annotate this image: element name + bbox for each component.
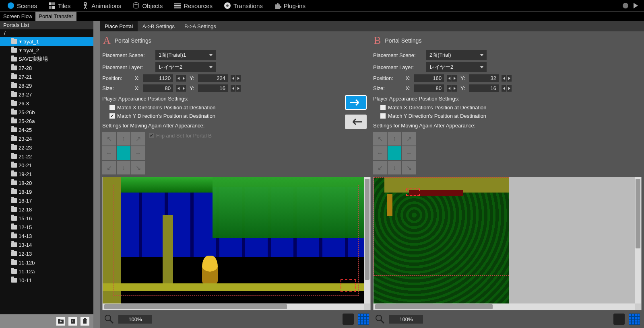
a-pos-x-spin[interactable]	[175, 75, 186, 82]
b-dir-nw[interactable]: ↖	[373, 132, 387, 146]
portal-item[interactable]: ▼tryal_1	[0, 37, 93, 46]
badge-b-to-a[interactable]	[345, 115, 367, 129]
portal-item[interactable]: 19-21	[0, 170, 93, 178]
a-dir-e[interactable]: →	[131, 146, 145, 160]
b-size-y-spin[interactable]	[501, 85, 512, 92]
a-dir-s[interactable]: ↓	[117, 161, 130, 174]
a-pos-y-spin[interactable]	[230, 75, 241, 82]
a-size-x[interactable]: 80	[143, 84, 173, 92]
delete-button[interactable]	[80, 317, 89, 326]
a-scene-dropdown[interactable]: 1面(Traial)1	[155, 50, 216, 60]
b-pos-y-spin[interactable]	[501, 75, 512, 82]
a-match-x-checkbox[interactable]	[109, 105, 115, 110]
badge-a-to-b[interactable]	[345, 95, 367, 110]
snap-icon[interactable]	[343, 314, 354, 325]
portal-item[interactable]: 10-11	[0, 276, 93, 285]
portal-item[interactable]: 11-12b	[0, 258, 93, 267]
b-h-scrollbar[interactable]	[374, 303, 635, 310]
portal-item[interactable]: 14-13	[0, 232, 93, 240]
a-dir-center[interactable]	[117, 146, 130, 160]
a-layer-dropdown[interactable]: レイヤー2	[155, 62, 216, 72]
b-dir-e[interactable]: →	[402, 146, 416, 160]
a-dir-se[interactable]: ↘	[131, 161, 145, 174]
a-size-x-spin[interactable]	[175, 85, 186, 92]
a-size-y-spin[interactable]	[230, 85, 241, 92]
portal-item[interactable]: 20-21	[0, 161, 93, 170]
add-folder-button[interactable]: +	[56, 317, 65, 326]
nav-plugins[interactable]: Plug-ins	[268, 0, 311, 11]
a-flip-checkbox[interactable]: ✔	[149, 133, 154, 138]
portal-item[interactable]: 26-3	[0, 99, 93, 108]
b-pos-x[interactable]: 160	[414, 74, 444, 82]
a-zoom-value[interactable]: 100%	[118, 315, 152, 324]
subnav-portal-transfer[interactable]: Portal Transfer	[35, 12, 76, 21]
portal-item[interactable]: 18-19	[0, 187, 93, 196]
portal-item[interactable]: 27-28	[0, 64, 93, 72]
portal-item[interactable]: SAVE実験場	[0, 55, 93, 64]
b-pos-x-spin[interactable]	[446, 75, 457, 82]
portal-item[interactable]: 21-22	[0, 152, 93, 161]
portal-item[interactable]: 27-21	[0, 72, 93, 81]
tab-ba-settings[interactable]: B->A Settings	[180, 21, 221, 31]
portal-item[interactable]: 13-14	[0, 240, 93, 249]
b-dir-sw[interactable]: ↙	[373, 161, 387, 174]
a-pos-x[interactable]: 1120	[143, 74, 173, 82]
b-dir-ne[interactable]: ↗	[402, 132, 416, 146]
a-v-scrollbar[interactable]	[364, 177, 370, 303]
tab-ab-settings[interactable]: A->B Settings	[138, 21, 180, 31]
b-dir-s[interactable]: ↓	[388, 161, 401, 174]
b-preview[interactable]	[373, 177, 642, 310]
nav-tiles[interactable]: Tiles	[43, 0, 76, 11]
nav-transitions[interactable]: Transitions	[218, 0, 268, 11]
portal-item[interactable]: 24-25	[0, 125, 93, 134]
portal-item[interactable]: 11-12a	[0, 267, 93, 276]
magnify-icon[interactable]	[375, 314, 385, 324]
b-dir-se[interactable]: ↘	[402, 161, 416, 174]
grid-icon[interactable]	[629, 314, 640, 325]
b-match-y-checkbox[interactable]	[380, 113, 386, 119]
b-pos-y[interactable]: 32	[469, 74, 499, 82]
portal-item[interactable]: 23-24	[0, 134, 93, 143]
a-match-y-checkbox[interactable]: ✔	[109, 113, 115, 119]
portal-item[interactable]: 23-27	[0, 90, 93, 99]
add-item-button[interactable]: +	[68, 317, 77, 326]
nav-objects[interactable]: Objects	[127, 0, 168, 11]
nav-scenes[interactable]: Scenes	[2, 0, 43, 11]
portal-item[interactable]: 15-16	[0, 214, 93, 223]
b-scene-dropdown[interactable]: 2面(Trial)	[426, 50, 487, 60]
a-dir-n[interactable]: ↑	[117, 132, 130, 146]
b-size-x-spin[interactable]	[446, 85, 457, 92]
a-dir-w[interactable]: ←	[102, 146, 116, 160]
grid-icon[interactable]	[358, 314, 369, 325]
b-size-x[interactable]: 80	[414, 84, 444, 92]
play-icon[interactable]	[633, 2, 638, 9]
portal-item[interactable]: 28-29	[0, 81, 93, 90]
snap-icon[interactable]	[613, 314, 625, 325]
b-zoom-value[interactable]: 100%	[389, 315, 423, 324]
portal-item[interactable]: 12-18	[0, 205, 93, 214]
b-v-scrollbar[interactable]	[635, 177, 641, 303]
a-dir-ne[interactable]: ↗	[131, 132, 145, 146]
b-match-x-checkbox[interactable]	[380, 105, 386, 110]
a-h-scrollbar[interactable]	[103, 303, 364, 310]
a-dir-nw[interactable]: ↖	[102, 132, 116, 146]
sidebar-scrollbar[interactable]	[93, 21, 100, 328]
nav-animations[interactable]: Animations	[76, 0, 127, 11]
portals-root[interactable]: /	[0, 29, 93, 37]
globe-icon[interactable]	[622, 2, 629, 9]
a-pos-y[interactable]: 224	[198, 74, 228, 82]
a-size-y[interactable]: 16	[198, 84, 228, 92]
portal-item[interactable]: 22-23	[0, 143, 93, 152]
b-size-y[interactable]: 16	[469, 84, 499, 92]
a-preview[interactable]	[102, 177, 371, 310]
portal-item[interactable]: 25-26b	[0, 108, 93, 117]
nav-resources[interactable]: Resources	[168, 0, 218, 11]
portal-item[interactable]: ▼tryal_2	[0, 46, 93, 55]
b-dir-center[interactable]	[388, 146, 401, 160]
a-dir-sw[interactable]: ↙	[102, 161, 116, 174]
b-layer-dropdown[interactable]: レイヤー2	[426, 62, 487, 72]
portal-item[interactable]: 12-15	[0, 223, 93, 232]
portal-item[interactable]: 18-17	[0, 196, 93, 205]
portal-item[interactable]: 18-20	[0, 178, 93, 187]
b-dir-n[interactable]: ↑	[388, 132, 401, 146]
